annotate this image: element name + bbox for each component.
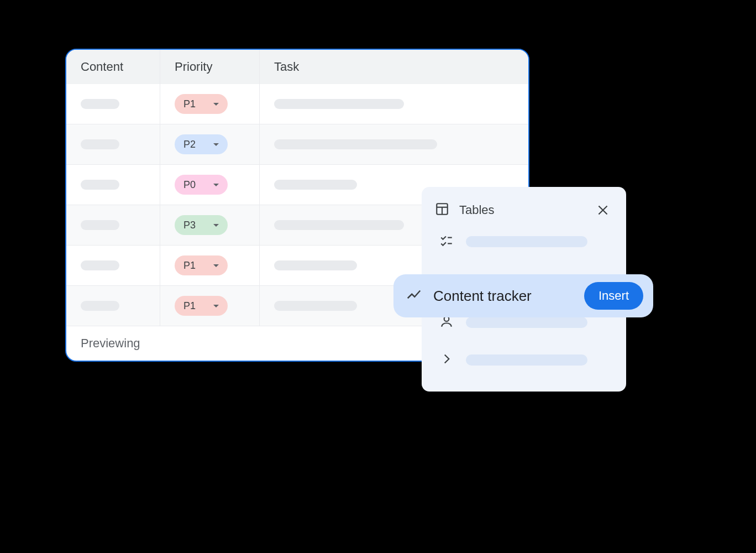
placeholder-bar [274,220,404,230]
template-content-tracker[interactable]: Content tracker Insert [393,274,653,317]
chevron-down-icon [213,305,219,307]
placeholder-bar [274,139,437,149]
cell-content [66,286,160,326]
priority-chip[interactable]: P0 [175,175,228,195]
col-header-task: Task [260,50,528,84]
cell-priority: P0 [160,165,260,205]
cell-content [66,84,160,124]
col-header-priority: Priority [160,50,260,84]
priority-chip[interactable]: P1 [175,255,228,275]
table-header-row: Content Priority Task [66,50,528,84]
cell-priority: P1 [160,246,260,285]
tables-icon [435,202,449,218]
priority-label: P3 [183,220,196,231]
table-row: P1 [66,84,528,124]
cell-priority: P2 [160,124,260,164]
priority-label: P1 [183,300,196,312]
cell-priority: P3 [160,205,260,245]
priority-label: P0 [183,179,196,191]
cell-content [66,246,160,285]
cell-content [66,205,160,245]
cell-task [260,84,528,124]
template-item[interactable] [435,226,613,258]
priority-label: P2 [183,139,196,150]
trend-icon [406,286,422,305]
placeholder-bar [81,99,119,109]
chevron-down-icon [213,184,219,186]
checklist-icon [439,233,454,250]
template-placeholder [466,317,587,328]
placeholder-bar [81,301,119,311]
cell-priority: P1 [160,286,260,326]
cell-priority: P1 [160,84,260,124]
cell-content [66,124,160,164]
placeholder-bar [81,260,119,270]
placeholder-bar [274,99,404,109]
placeholder-bar [274,180,357,190]
priority-chip[interactable]: P1 [175,94,228,114]
template-placeholder [466,236,587,247]
priority-chip[interactable]: P2 [175,134,228,154]
placeholder-bar [81,180,119,190]
template-placeholder [466,354,587,366]
chevron-down-icon [213,143,219,146]
panel-title: Tables [459,203,583,217]
close-icon [596,203,610,217]
cell-content [66,165,160,205]
placeholder-bar [81,220,119,230]
priority-label: P1 [183,260,196,272]
chevron-right-icon [439,352,454,368]
placeholder-bar [274,301,357,311]
close-button[interactable] [593,200,613,220]
priority-label: P1 [183,98,196,110]
chevron-down-icon [213,103,219,106]
placeholder-bar [81,139,119,149]
template-item[interactable] [435,344,613,376]
priority-chip[interactable]: P1 [175,296,228,316]
table-row: P2 [66,124,528,164]
insert-button[interactable]: Insert [584,282,643,310]
cell-task [260,124,528,164]
priority-chip[interactable]: P3 [175,215,228,235]
chevron-down-icon [213,264,219,267]
template-label: Content tracker [433,288,573,305]
placeholder-bar [274,260,357,270]
chevron-down-icon [213,224,219,227]
col-header-content: Content [66,50,160,84]
